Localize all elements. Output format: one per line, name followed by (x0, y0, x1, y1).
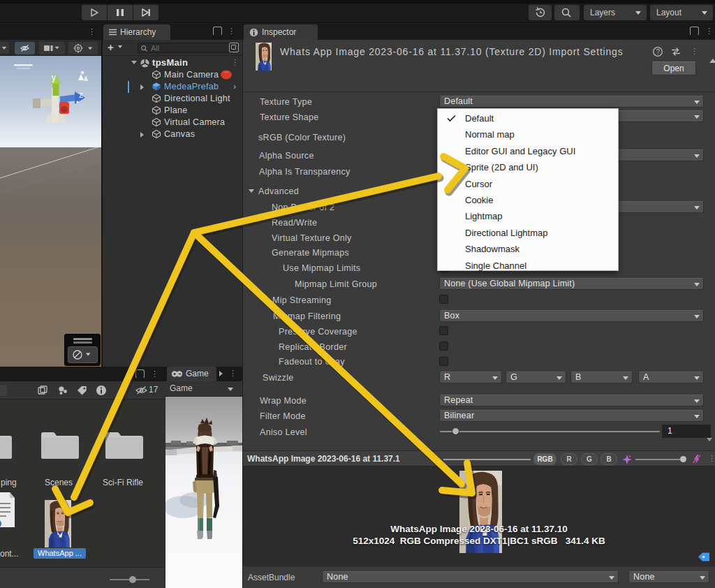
svg-text:?: ? (656, 48, 661, 56)
svg-text:y: y (52, 73, 56, 82)
svg-text:z: z (79, 90, 83, 100)
